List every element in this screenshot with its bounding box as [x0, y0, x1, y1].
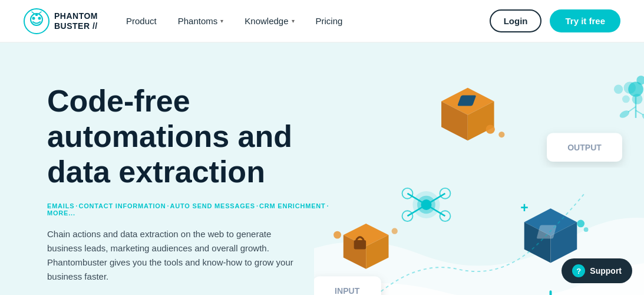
chevron-down-icon: ▾: [220, 18, 223, 24]
wave-background: INPUT OUTPUT: [314, 42, 644, 295]
hero-tag-crm: CRM ENRICHMENT: [259, 202, 326, 209]
navbar: PHANTOM BUSTER // Product Phantoms ▾ Kno…: [0, 0, 644, 42]
svg-point-51: [619, 109, 631, 120]
svg-point-45: [622, 96, 630, 103]
svg-rect-31: [354, 240, 366, 249]
hero-tag-autosend: AUTO SEND MESSAGES: [170, 202, 255, 209]
svg-point-46: [614, 85, 623, 94]
nav-item-product[interactable]: Product: [126, 16, 157, 26]
svg-rect-4: [35, 14, 38, 16]
hero-tag-contact: CONTACT INFORMATION: [78, 202, 166, 209]
login-button[interactable]: Login: [490, 9, 542, 32]
svg-point-33: [392, 228, 398, 234]
nav-actions: Login Try it free: [490, 9, 620, 32]
support-icon: ?: [572, 264, 585, 277]
svg-point-40: [584, 227, 589, 232]
nav-item-knowledge[interactable]: Knowledge ▾: [245, 16, 294, 26]
svg-text:OUTPUT: OUTPUT: [567, 143, 602, 152]
hero-tag-emails: EMAILS: [47, 202, 74, 209]
logo-text: PHANTOM BUSTER //: [54, 11, 98, 31]
hero-tags: EMAILS · CONTACT INFORMATION · AUTO SEND…: [47, 202, 342, 217]
svg-point-27: [440, 211, 450, 221]
svg-point-2: [32, 17, 35, 19]
try-it-free-button[interactable]: Try it free: [550, 9, 620, 32]
svg-point-3: [38, 17, 41, 19]
hero-content: Code-free automations and data extractio…: [47, 78, 342, 295]
hero-title: Code-free automations and data extractio…: [47, 84, 342, 189]
svg-point-16: [498, 132, 504, 137]
svg-text:+: +: [520, 200, 528, 215]
svg-point-39: [577, 220, 584, 228]
svg-point-47: [628, 82, 643, 97]
support-label: Support: [590, 266, 622, 276]
logo[interactable]: PHANTOM BUSTER //: [24, 8, 98, 34]
logo-icon: [24, 8, 49, 34]
svg-line-50: [636, 110, 643, 115]
nav-item-phantoms[interactable]: Phantoms ▾: [178, 16, 224, 26]
svg-point-15: [486, 124, 495, 133]
hero-illustration: INPUT OUTPUT: [314, 42, 644, 295]
support-button[interactable]: ? Support: [562, 258, 632, 283]
svg-line-49: [628, 107, 636, 112]
svg-point-25: [440, 188, 450, 199]
chevron-down-icon: ▾: [292, 18, 295, 24]
nav-item-pricing[interactable]: Pricing: [316, 16, 343, 26]
nav-links: Product Phantoms ▾ Knowledge ▾ Pricing: [126, 16, 490, 26]
svg-point-0: [24, 9, 49, 34]
hero-description: Chain actions and data extraction on the…: [47, 227, 295, 284]
hero-tag-more: MORE...: [47, 209, 75, 217]
hero-section: Code-free automations and data extractio…: [0, 42, 644, 295]
